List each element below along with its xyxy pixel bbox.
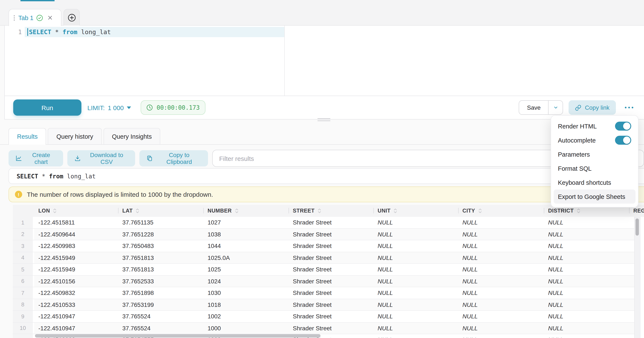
cell[interactable]: Shrader Street bbox=[288, 229, 373, 240]
create-chart-button[interactable]: Create chart bbox=[8, 150, 63, 166]
more-options-button[interactable] bbox=[624, 106, 634, 109]
table-row[interactable]: 5-122.451594937.76518131025Shrader Stree… bbox=[13, 264, 634, 275]
cell[interactable]: 1025 bbox=[203, 264, 288, 275]
cell[interactable]: NULL bbox=[373, 217, 458, 228]
table-row[interactable]: 8-122.451053337.76531991018Shrader Stree… bbox=[13, 299, 634, 311]
limit-dropdown[interactable]: LIMIT: 1 000 bbox=[87, 104, 132, 111]
cell[interactable]: 1002 bbox=[203, 311, 288, 322]
cell[interactable]: 37.7651813 bbox=[118, 264, 203, 275]
autocomplete-toggle[interactable] bbox=[615, 136, 631, 145]
menu-item-render-html[interactable]: Render HTML bbox=[554, 119, 636, 133]
cell[interactable]: Shrader Street bbox=[288, 299, 373, 310]
cell[interactable]: Shrader Street bbox=[288, 275, 373, 287]
horizontal-scrollbar-thumb[interactable] bbox=[35, 334, 320, 337]
table-row[interactable]: 9-122.451094737.7655241002Shrader Street… bbox=[13, 311, 634, 322]
table-row[interactable]: 7-122.450983237.76518981030Shrader Stree… bbox=[13, 287, 634, 299]
cell[interactable]: NULL bbox=[544, 275, 629, 287]
menu-item-keyboard-shortcuts[interactable]: Keyboard shortcuts bbox=[554, 176, 636, 190]
cell[interactable]: 37.7650483 bbox=[118, 240, 203, 252]
cell[interactable]: NULL bbox=[544, 252, 629, 263]
menu-item-export-to-google-sheets[interactable]: Export to Google Sheets bbox=[554, 190, 636, 204]
sort-icon[interactable] bbox=[394, 208, 398, 214]
save-button[interactable]: Save bbox=[519, 101, 548, 114]
cell[interactable]: -122.4509832 bbox=[34, 287, 118, 298]
cell[interactable]: NULL bbox=[544, 334, 629, 338]
cell[interactable] bbox=[629, 229, 634, 240]
cell[interactable]: -122.4509983 bbox=[34, 240, 118, 252]
add-tab-button[interactable] bbox=[64, 9, 80, 26]
cell[interactable]: NULL bbox=[373, 311, 458, 322]
table-row[interactable]: 2-122.450964437.76512281038Shrader Stree… bbox=[13, 229, 634, 240]
cell[interactable]: NULL bbox=[373, 287, 458, 298]
column-header-unit[interactable]: UNIT bbox=[373, 205, 458, 217]
cell[interactable]: 37.7653199 bbox=[118, 299, 203, 310]
cell[interactable] bbox=[629, 252, 634, 263]
column-header-lat[interactable]: LAT bbox=[118, 205, 203, 217]
cell[interactable]: 1038 bbox=[203, 229, 288, 240]
cell[interactable] bbox=[629, 322, 634, 334]
cell[interactable]: NULL bbox=[373, 334, 458, 338]
column-header-lon[interactable]: LON bbox=[34, 205, 118, 217]
cell[interactable]: -122.4515949 bbox=[34, 264, 118, 275]
cell[interactable]: 1000 bbox=[203, 322, 288, 334]
cell[interactable]: 1044 bbox=[203, 240, 288, 252]
cell[interactable]: NULL bbox=[373, 252, 458, 263]
cell[interactable]: Shrader Street bbox=[288, 287, 373, 298]
cell[interactable]: -122.4510156 bbox=[34, 275, 118, 287]
sort-icon[interactable] bbox=[136, 208, 140, 214]
cell[interactable]: Shrader Street bbox=[288, 311, 373, 322]
cell[interactable]: NULL bbox=[458, 264, 544, 275]
vertical-scrollbar-thumb[interactable] bbox=[636, 219, 639, 236]
cell[interactable]: 37.7651898 bbox=[118, 287, 203, 298]
tab-query-history[interactable]: Query history bbox=[48, 128, 102, 144]
cell[interactable]: Shrader Street bbox=[288, 252, 373, 263]
sort-icon[interactable] bbox=[235, 208, 238, 214]
cell[interactable]: NULL bbox=[373, 240, 458, 252]
copy-link-button[interactable]: Copy link bbox=[569, 100, 616, 115]
cell[interactable]: -122.4515811 bbox=[34, 217, 118, 228]
column-header-city[interactable]: CITY bbox=[458, 205, 544, 217]
cell[interactable]: Shrader Street bbox=[288, 217, 373, 228]
sort-icon[interactable] bbox=[478, 208, 482, 214]
column-header-street[interactable]: STREET bbox=[288, 205, 373, 217]
cell[interactable]: 1024 bbox=[203, 275, 288, 287]
tab-query-insights[interactable]: Query Insights bbox=[103, 128, 160, 144]
cell[interactable] bbox=[629, 264, 634, 275]
cell[interactable]: 1027 bbox=[203, 217, 288, 228]
sort-icon[interactable] bbox=[318, 208, 321, 214]
column-header-number[interactable]: NUMBER bbox=[203, 205, 288, 217]
download-csv-button[interactable]: Download to CSV bbox=[67, 150, 135, 166]
menu-item-autocomplete[interactable]: Autocomplete bbox=[554, 133, 636, 147]
cell[interactable]: NULL bbox=[458, 299, 544, 310]
cell[interactable]: NULL bbox=[458, 322, 544, 334]
cell[interactable]: -122.4510947 bbox=[34, 311, 118, 322]
cell[interactable]: NULL bbox=[544, 240, 629, 252]
cell[interactable]: 37.765524 bbox=[118, 322, 203, 334]
drag-dots-icon[interactable] bbox=[13, 14, 15, 21]
cell[interactable]: 37.7652533 bbox=[118, 275, 203, 287]
cell[interactable]: NULL bbox=[544, 299, 629, 310]
cell[interactable]: NULL bbox=[458, 334, 544, 338]
cell[interactable]: NULL bbox=[458, 252, 544, 263]
editor-tab-1[interactable]: Tab 1 bbox=[8, 9, 61, 26]
cell[interactable]: Shrader Street bbox=[288, 240, 373, 252]
menu-item-parameters[interactable]: Parameters bbox=[554, 147, 636, 161]
cell[interactable]: NULL bbox=[458, 240, 544, 252]
cell[interactable] bbox=[629, 299, 634, 310]
cell[interactable] bbox=[629, 311, 634, 322]
cell[interactable]: 1030 bbox=[203, 287, 288, 298]
cell[interactable]: -122.4509644 bbox=[34, 229, 118, 240]
cell[interactable]: -122.4510947 bbox=[34, 322, 118, 334]
cell[interactable] bbox=[629, 217, 634, 228]
table-row[interactable]: 10-122.451094737.7655241000Shrader Stree… bbox=[13, 322, 634, 334]
cell[interactable]: -122.4515949 bbox=[34, 252, 118, 263]
close-tab-icon[interactable] bbox=[48, 15, 53, 21]
copy-to-clipboard-button[interactable]: Copy to Clipboard bbox=[140, 150, 208, 166]
cell[interactable]: NULL bbox=[544, 287, 629, 298]
cell[interactable]: NULL bbox=[458, 275, 544, 287]
table-row[interactable]: 1-122.451581137.76511351027Shrader Stree… bbox=[13, 217, 634, 229]
render-html-toggle[interactable] bbox=[615, 122, 631, 131]
sort-icon[interactable] bbox=[53, 208, 57, 214]
sort-icon[interactable] bbox=[577, 208, 580, 214]
cell[interactable] bbox=[629, 287, 634, 298]
